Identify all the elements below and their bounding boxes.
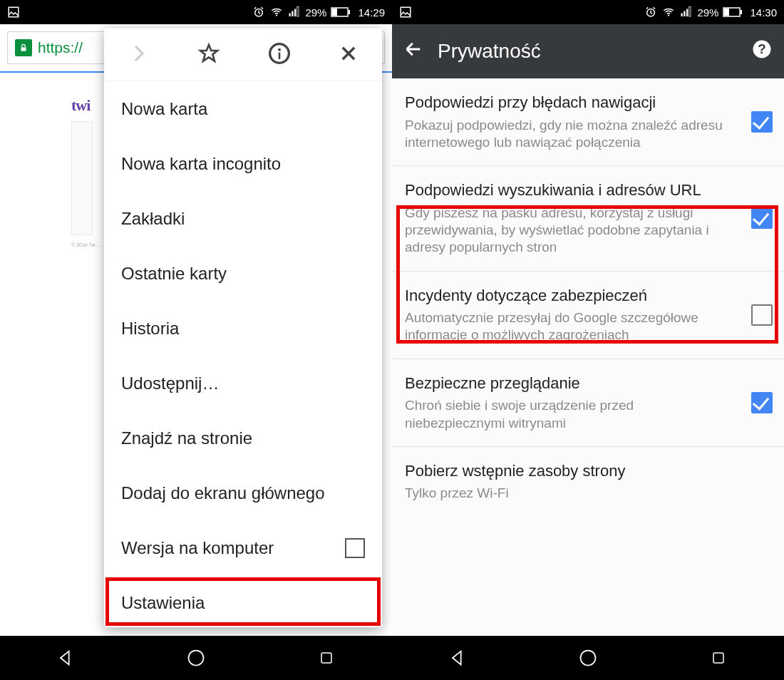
battery-icon [723, 7, 743, 17]
svg-rect-29 [713, 653, 723, 663]
nav-recent[interactable] [706, 645, 731, 671]
menu-top-row [104, 29, 382, 81]
settings-list: Podpowiedzi przy błędach nawigacji Pokaz… [392, 78, 784, 636]
lock-icon [15, 39, 32, 56]
nav-bar [392, 636, 784, 680]
svg-rect-21 [686, 9, 688, 17]
info-icon[interactable] [268, 42, 291, 68]
clock-text: 14:29 [358, 6, 385, 19]
menu-item-desktop-site[interactable]: Wersja na komputer [104, 520, 382, 575]
menu-item-share[interactable]: Udostępnij… [104, 356, 382, 411]
menu-label: Dodaj do ekranu głównego [121, 483, 325, 503]
svg-rect-3 [289, 14, 291, 17]
svg-rect-5 [294, 9, 296, 17]
svg-rect-9 [332, 9, 337, 16]
svg-point-2 [276, 14, 277, 16]
menu-item-incognito[interactable]: Nowa karta incognito [104, 136, 382, 191]
setting-safe-browsing[interactable]: Bezpieczne przeglądanie Chroń siebie i s… [392, 359, 784, 447]
bookmark-star-icon[interactable] [197, 42, 220, 68]
setting-checkbox[interactable] [751, 111, 773, 133]
svg-rect-13 [278, 52, 280, 58]
clock-text: 14:30 [750, 6, 777, 19]
svg-rect-8 [349, 10, 350, 14]
svg-point-28 [580, 651, 595, 666]
menu-label: Znajdź na stronie [121, 428, 252, 448]
menu-item-add-homescreen[interactable]: Dodaj do ekranu głównego [104, 465, 382, 520]
setting-title: Podpowiedzi przy błędach nawigacji [405, 93, 734, 113]
menu-label: Nowa karta incognito [121, 154, 281, 174]
highlight-settings [105, 577, 381, 626]
svg-point-14 [188, 651, 203, 666]
svg-rect-24 [741, 10, 742, 14]
page-logo: twi [71, 96, 90, 115]
svg-point-12 [278, 48, 281, 51]
menu-label: Wersja na komputer [121, 538, 274, 558]
svg-point-18 [668, 14, 669, 16]
svg-rect-6 [297, 7, 299, 17]
setting-title: Pobierz wstępnie zasoby strony [405, 461, 734, 481]
page-content-placeholder [71, 121, 93, 235]
setting-desc: Pokazuj podpowiedzi, gdy nie można znale… [405, 117, 734, 152]
nav-back[interactable] [53, 645, 78, 671]
svg-rect-15 [321, 653, 331, 663]
svg-rect-0 [9, 7, 19, 17]
nav-home[interactable] [183, 645, 209, 671]
svg-text:?: ? [758, 41, 765, 56]
setting-checkbox[interactable] [751, 392, 773, 413]
signal-icon [680, 6, 693, 19]
battery-percent: 29% [305, 6, 326, 19]
setting-nav-error-suggestions[interactable]: Podpowiedzi przy błędach nawigacji Pokaz… [392, 78, 784, 166]
signal-icon [288, 6, 301, 19]
wifi-icon [661, 6, 676, 19]
url-scheme: https:// [38, 39, 83, 56]
alarm-icon [644, 6, 657, 19]
close-icon[interactable] [339, 43, 359, 66]
menu-item-recent-tabs[interactable]: Ostatnie karty [104, 246, 382, 301]
highlight-search-suggestions [396, 205, 778, 344]
battery-icon [331, 7, 351, 17]
help-icon[interactable]: ? [751, 38, 773, 65]
image-icon [399, 6, 412, 19]
menu-label: Historia [121, 319, 179, 339]
nav-home[interactable] [575, 645, 601, 671]
status-bar: 29% 14:30 [392, 0, 784, 24]
wifi-icon [269, 6, 284, 19]
setting-title: Podpowiedzi wyszukiwania i adresów URL [405, 180, 734, 200]
nav-bar [0, 636, 392, 680]
svg-rect-19 [681, 14, 683, 17]
menu-label: Udostępnij… [121, 374, 219, 393]
battery-percent: 29% [697, 6, 718, 19]
setting-desc: Tylko przez Wi-Fi [405, 485, 734, 502]
svg-rect-22 [689, 7, 691, 17]
status-bar: 29% 14:29 [0, 0, 392, 24]
menu-label: Ostatnie karty [121, 264, 227, 284]
appbar-title: Prywatność [438, 40, 541, 63]
svg-rect-20 [684, 11, 686, 17]
forward-icon [128, 43, 150, 67]
phone-right: 29% 14:30 Prywatność ? Podpowiedzi przy … [392, 0, 784, 680]
menu-item-find[interactable]: Znajdź na stronie [104, 411, 382, 465]
svg-rect-4 [292, 11, 294, 17]
nav-recent[interactable] [314, 645, 339, 671]
back-arrow-icon[interactable] [403, 39, 423, 64]
app-bar: Prywatność ? [392, 24, 784, 78]
alarm-icon [252, 6, 265, 19]
setting-title: Bezpieczne przeglądanie [405, 374, 734, 393]
svg-rect-25 [724, 9, 729, 16]
image-icon [7, 6, 20, 19]
overflow-menu: Nowa karta Nowa karta incognito Zakładki… [104, 29, 382, 627]
menu-item-bookmarks[interactable]: Zakładki [104, 191, 382, 246]
menu-label: Nowa karta [121, 99, 207, 119]
menu-item-new-tab[interactable]: Nowa karta [104, 81, 382, 136]
page-footer: © 2016 Tw… [71, 242, 100, 247]
svg-rect-10 [21, 47, 26, 51]
setting-prefetch[interactable]: Pobierz wstępnie zasoby strony Tylko prz… [392, 447, 784, 517]
nav-back[interactable] [445, 645, 470, 671]
svg-rect-16 [401, 7, 411, 17]
phone-left: 29% 14:29 https:// twi © 2016 Tw… [0, 0, 392, 680]
setting-desc: Chroń siebie i swoje urządzenie przed ni… [405, 397, 734, 432]
menu-item-history[interactable]: Historia [104, 301, 382, 356]
menu-label: Zakładki [121, 209, 185, 229]
desktop-site-checkbox[interactable] [345, 538, 365, 558]
